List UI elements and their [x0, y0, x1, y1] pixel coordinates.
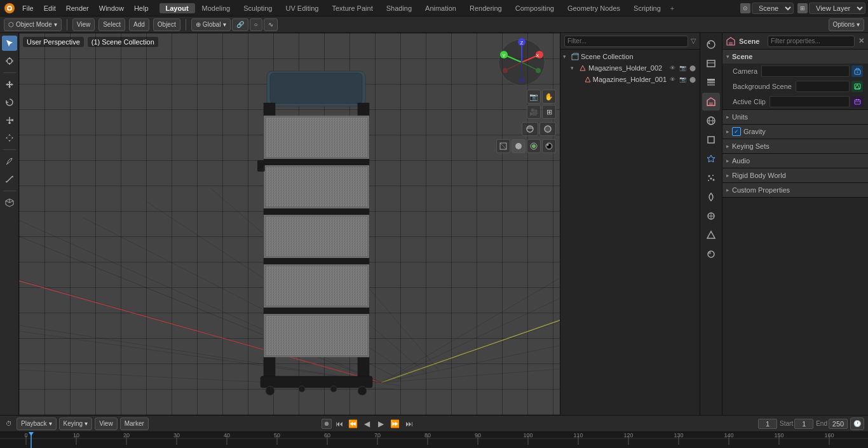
transform-orientation-btn[interactable]: ⊕ Global ▾: [191, 18, 231, 31]
modifier-props-btn[interactable]: [702, 150, 720, 168]
jump-start-btn[interactable]: ⏮: [333, 417, 346, 430]
menu-file[interactable]: File: [18, 3, 38, 13]
audio-section-toggle[interactable]: ▸ Audio: [722, 154, 868, 168]
holder002-render-icon[interactable]: ⬤: [688, 64, 697, 72]
scale-tool-btn[interactable]: [2, 112, 17, 128]
camera-view-btn[interactable]: 📷: [527, 90, 541, 104]
holder002-camera-icon[interactable]: 📷: [678, 64, 687, 72]
grid-btn[interactable]: ⊞: [542, 105, 556, 119]
options-btn[interactable]: Options ▾: [829, 18, 864, 31]
proportional-editing-btn[interactable]: ○: [250, 18, 262, 31]
record-btn[interactable]: ⏺: [322, 419, 332, 429]
tab-scripting[interactable]: Scripting: [627, 3, 667, 13]
material-mode-btn[interactable]: [527, 139, 541, 153]
tab-sculpting[interactable]: Sculpting: [237, 3, 278, 13]
timeline-track[interactable]: 0 10 20 30 40 50 60 70 80 90 100 110 120: [0, 431, 868, 448]
holder001-render-icon[interactable]: ⬤: [688, 75, 697, 84]
world-props-btn[interactable]: [702, 112, 720, 130]
overlay-toggle-btn[interactable]: [522, 122, 538, 136]
tab-texture-paint[interactable]: Texture Paint: [325, 3, 379, 13]
keying-sets-section-toggle[interactable]: ▸ Keying Sets: [722, 139, 868, 153]
tab-compositing[interactable]: Compositing: [509, 3, 560, 13]
physics-props-btn[interactable]: [702, 188, 720, 206]
timeline-clock-icon[interactable]: ⏱: [4, 419, 14, 429]
outliner-item-holder002[interactable]: ▾ Magazines_Holder_002 👁 📷 ⬤: [560, 62, 700, 74]
timeline-view-btn[interactable]: View: [95, 417, 118, 430]
camera-icon-btn[interactable]: [851, 65, 863, 77]
select-menu-btn[interactable]: Select: [98, 18, 125, 31]
object-data-props-btn[interactable]: [702, 226, 720, 244]
scene-collection-label[interactable]: (1) Scene Collection: [88, 37, 158, 47]
view-menu-btn[interactable]: View: [72, 18, 95, 31]
outliner-search-input[interactable]: [564, 36, 688, 47]
wireframe-mode-btn[interactable]: [496, 139, 510, 153]
mode-dropdown[interactable]: ⬡ Object Mode ▾: [4, 18, 62, 31]
viewport[interactable]: User Perspective (1) Scene Collection X …: [19, 33, 560, 415]
camera-value-field[interactable]: [761, 65, 850, 77]
xray-toggle-btn[interactable]: [539, 122, 556, 136]
scene-section-toggle[interactable]: ▾ Scene: [722, 50, 868, 64]
move-tool-btn[interactable]: [2, 77, 17, 92]
material-props-btn[interactable]: [702, 245, 720, 263]
tab-modeling[interactable]: Modeling: [196, 3, 237, 13]
scene-props-btn[interactable]: [702, 93, 720, 111]
add-cube-btn[interactable]: [2, 195, 17, 210]
holder001-camera-icon[interactable]: 📷: [678, 75, 687, 84]
tab-geometry-nodes[interactable]: Geometry Nodes: [561, 3, 627, 13]
scene-prop-search-input[interactable]: [768, 36, 855, 47]
play-btn[interactable]: ▶: [375, 417, 388, 430]
custom-props-section-toggle[interactable]: ▸ Custom Properties: [722, 183, 868, 197]
holder002-eye-icon[interactable]: 👁: [668, 64, 677, 72]
measure-tool-btn[interactable]: [2, 172, 17, 187]
menu-help[interactable]: Help: [130, 3, 153, 13]
camera-perspective-label[interactable]: User Perspective: [23, 37, 84, 47]
jump-end-btn[interactable]: ⏭: [403, 417, 416, 430]
blender-logo[interactable]: [3, 1, 17, 15]
prop-panel-close-btn[interactable]: ✕: [858, 37, 864, 45]
end-frame-field[interactable]: 250: [829, 419, 848, 429]
next-keyframe-btn[interactable]: ⏩: [389, 417, 402, 430]
rendered-mode-btn[interactable]: [542, 139, 556, 153]
tab-layout[interactable]: Layout: [159, 3, 195, 13]
playback-btn[interactable]: Playback ▾: [17, 417, 57, 430]
menu-window[interactable]: Window: [95, 3, 128, 13]
tab-shading[interactable]: Shading: [380, 3, 418, 13]
view-layer-props-btn[interactable]: [702, 74, 720, 92]
solid-mode-btn[interactable]: [512, 139, 526, 153]
render-props-btn[interactable]: [702, 36, 720, 53]
tab-rendering[interactable]: Rendering: [463, 3, 508, 13]
prev-keyframe-btn[interactable]: ⏪: [347, 417, 360, 430]
add-workspace-btn[interactable]: +: [670, 4, 674, 12]
view-layer-dropdown[interactable]: View Layer: [809, 3, 865, 14]
keying-btn[interactable]: Keying ▾: [59, 417, 93, 430]
start-frame-field[interactable]: 1: [794, 419, 813, 429]
fps-settings-btn[interactable]: 🕐: [850, 417, 864, 430]
menu-render[interactable]: Render: [62, 3, 93, 13]
tab-uv-editing[interactable]: UV Editing: [280, 3, 325, 13]
holder001-eye-icon[interactable]: 👁: [668, 75, 677, 84]
cursor-tool-btn[interactable]: [2, 53, 17, 69]
transform-tool-btn[interactable]: [2, 130, 17, 146]
hand-tool-btn[interactable]: ✋: [542, 90, 556, 104]
rigid-body-section-toggle[interactable]: ▸ Rigid Body World: [722, 168, 868, 182]
current-frame-field[interactable]: 1: [758, 419, 777, 429]
output-props-btn[interactable]: [702, 55, 720, 72]
active-clip-value-field[interactable]: [770, 96, 850, 107]
background-scene-icon-btn[interactable]: [851, 81, 863, 92]
select-tool-btn[interactable]: [2, 36, 17, 51]
navigation-gizmo[interactable]: X Y Z: [496, 37, 547, 88]
object-menu-btn[interactable]: Object: [153, 18, 180, 31]
gravity-section-toggle[interactable]: ▸ Gravity: [722, 125, 868, 139]
outliner-item-holder001[interactable]: Magazines_Holder_001 👁 📷 ⬤: [560, 74, 700, 85]
units-section-toggle[interactable]: ▸ Units: [722, 110, 868, 124]
constraints-props-btn[interactable]: [702, 207, 720, 225]
annotate-tool-btn[interactable]: [2, 154, 17, 169]
snap-btn[interactable]: 🔗: [232, 18, 248, 31]
tab-animation[interactable]: Animation: [419, 3, 463, 13]
camera2-btn[interactable]: 🎥: [527, 105, 541, 119]
particles-props-btn[interactable]: [702, 169, 720, 187]
active-clip-icon-btn[interactable]: [851, 96, 863, 107]
menu-edit[interactable]: Edit: [39, 3, 60, 13]
proportional-falloff-btn[interactable]: ∿: [264, 18, 278, 31]
rotate-tool-btn[interactable]: [2, 95, 17, 110]
